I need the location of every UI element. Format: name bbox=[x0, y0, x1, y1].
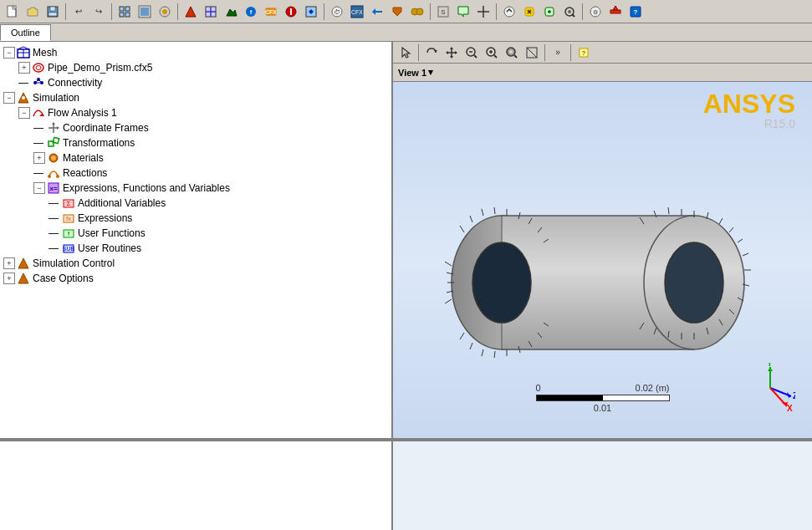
new-button[interactable] bbox=[3, 3, 22, 21]
btn26[interactable] bbox=[606, 3, 625, 21]
tree-node-mesh[interactable]: − Mesh bbox=[3, 45, 388, 60]
expander-materials[interactable]: + bbox=[33, 152, 45, 164]
tree-node-coord-frames[interactable]: — Coordinate Frames bbox=[3, 120, 388, 135]
svg-line-95 bbox=[474, 55, 477, 58]
tree-node-flow-analysis[interactable]: − Flow Analysis 1 bbox=[3, 105, 388, 120]
btn5[interactable] bbox=[156, 3, 174, 21]
undo-button[interactable]: ↩ bbox=[69, 3, 88, 21]
btn3[interactable] bbox=[115, 3, 134, 21]
scale-left: 0 bbox=[536, 383, 541, 393]
svg-text:?: ? bbox=[582, 49, 586, 57]
btn4[interactable] bbox=[135, 3, 154, 21]
tree-node-connectivity[interactable]: — Connectivity bbox=[3, 75, 388, 90]
btn14[interactable]: CFX bbox=[348, 3, 366, 21]
save-button[interactable] bbox=[43, 3, 62, 21]
btn13[interactable]: ⏱ bbox=[328, 3, 346, 21]
tree-node-user-functions[interactable]: — f User Functions bbox=[3, 226, 388, 241]
scale-middle: 0.01 bbox=[536, 403, 670, 413]
svg-point-43 bbox=[568, 10, 571, 13]
svg-text:f: f bbox=[250, 8, 253, 16]
btn18[interactable]: S bbox=[434, 3, 452, 21]
btn25[interactable]: ⚙ bbox=[586, 3, 605, 21]
tree-node-simulation[interactable]: − Simulation bbox=[3, 90, 388, 105]
tab-outline[interactable]: Outline bbox=[0, 24, 51, 41]
icon-uroutine: SUB bbox=[62, 242, 75, 255]
svg-text:CFX: CFX bbox=[265, 9, 277, 15]
btn6[interactable] bbox=[181, 3, 200, 21]
expander-flow-analysis[interactable]: − bbox=[18, 107, 30, 119]
svg-text:SUB: SUB bbox=[63, 246, 75, 252]
svg-point-75 bbox=[56, 175, 59, 178]
tree-node-expressions[interactable]: — fx Expressions bbox=[3, 211, 388, 226]
expander-simulation[interactable]: − bbox=[3, 92, 15, 104]
tree-node-pipe[interactable]: + Pipe_Demo_Prism.cfx5 bbox=[3, 60, 388, 75]
tree-area[interactable]: − Mesh + Pipe_Demo_Prism.cfx5 bbox=[0, 42, 391, 438]
pan-btn[interactable] bbox=[442, 43, 461, 62]
more-options-btn[interactable]: » bbox=[549, 43, 567, 62]
zoom-in-btn[interactable] bbox=[483, 43, 501, 62]
tree-node-addvars[interactable]: — Σ Additional Variables bbox=[3, 196, 388, 211]
btn23[interactable] bbox=[540, 3, 559, 21]
view-mode-btn[interactable] bbox=[523, 43, 541, 62]
expander-sim-control[interactable]: + bbox=[3, 257, 15, 269]
btn24[interactable] bbox=[560, 3, 579, 21]
tree-label-addvars: Additional Variables bbox=[78, 197, 166, 209]
expander-pipe[interactable]: + bbox=[18, 62, 30, 74]
tree-label-reactions: Reactions bbox=[63, 167, 107, 179]
tree-node-case-options[interactable]: + Case Options bbox=[3, 271, 388, 286]
btn10[interactable]: CFX bbox=[262, 3, 280, 21]
help-view-btn[interactable]: ? bbox=[575, 43, 593, 62]
tree-label-connectivity: Connectivity bbox=[48, 77, 102, 89]
view-sep1 bbox=[418, 44, 419, 61]
svg-point-29 bbox=[416, 8, 423, 15]
redo-button[interactable]: ↪ bbox=[89, 3, 108, 21]
svg-rect-8 bbox=[120, 13, 124, 17]
svg-text:S: S bbox=[441, 8, 445, 16]
tree-node-transformations[interactable]: — Transformations bbox=[3, 135, 388, 150]
svg-line-143 bbox=[738, 239, 743, 242]
tree-node-sim-control[interactable]: + Simulation Control bbox=[3, 256, 388, 271]
btn19[interactable] bbox=[454, 3, 472, 21]
zoom-fit-btn[interactable] bbox=[503, 43, 521, 62]
view-name: View 1 bbox=[398, 68, 426, 78]
btn16[interactable] bbox=[388, 3, 406, 21]
left-panel: − Mesh + Pipe_Demo_Prism.cfx5 bbox=[0, 42, 393, 438]
btn12[interactable] bbox=[302, 3, 320, 21]
tree-node-user-routines[interactable]: — SUB User Routines bbox=[3, 241, 388, 256]
rotate-btn[interactable] bbox=[422, 43, 441, 62]
btn22[interactable] bbox=[520, 3, 539, 21]
svg-point-63 bbox=[22, 96, 25, 99]
btn8[interactable] bbox=[222, 3, 240, 21]
select-mode-btn[interactable] bbox=[396, 43, 415, 62]
icon-addvar: Σ bbox=[62, 196, 75, 210]
svg-line-127 bbox=[470, 343, 472, 349]
btn20[interactable] bbox=[474, 3, 493, 21]
svg-line-117 bbox=[460, 226, 464, 232]
svg-point-56 bbox=[36, 66, 41, 70]
zoom-out-btn[interactable] bbox=[462, 43, 481, 62]
expander-case-options[interactable]: + bbox=[3, 273, 15, 284]
open-button[interactable] bbox=[23, 3, 42, 21]
view-dropdown[interactable]: View 1 ▾ bbox=[398, 67, 433, 78]
tree-label-expr: Expressions, Functions and Variables bbox=[63, 182, 230, 194]
no-expander-ufunc: — bbox=[49, 227, 60, 239]
expander-expr[interactable]: − bbox=[33, 182, 45, 194]
svg-line-99 bbox=[494, 55, 497, 58]
btn17[interactable] bbox=[408, 3, 426, 21]
svg-marker-89 bbox=[450, 47, 453, 49]
svg-text:?: ? bbox=[634, 8, 638, 16]
expander-mesh[interactable]: − bbox=[3, 47, 15, 59]
btn21[interactable] bbox=[500, 3, 518, 21]
tree-node-materials[interactable]: + Materials bbox=[3, 150, 388, 166]
tree-node-expr[interactable]: − x= Expressions, Functions and Variable… bbox=[3, 181, 388, 196]
tree-node-reactions[interactable]: — Reactions bbox=[3, 166, 388, 181]
btn9[interactable]: f bbox=[242, 3, 260, 21]
scale-ruler bbox=[536, 395, 670, 401]
icon-ufunc: f bbox=[62, 227, 75, 240]
btn15[interactable] bbox=[368, 3, 386, 21]
btn11[interactable] bbox=[282, 3, 300, 21]
svg-text:fx: fx bbox=[66, 215, 71, 222]
btn27[interactable]: ? bbox=[626, 3, 645, 21]
btn7[interactable] bbox=[202, 3, 220, 21]
viewport-3d[interactable]: ANSYS R15.0 bbox=[393, 82, 812, 438]
